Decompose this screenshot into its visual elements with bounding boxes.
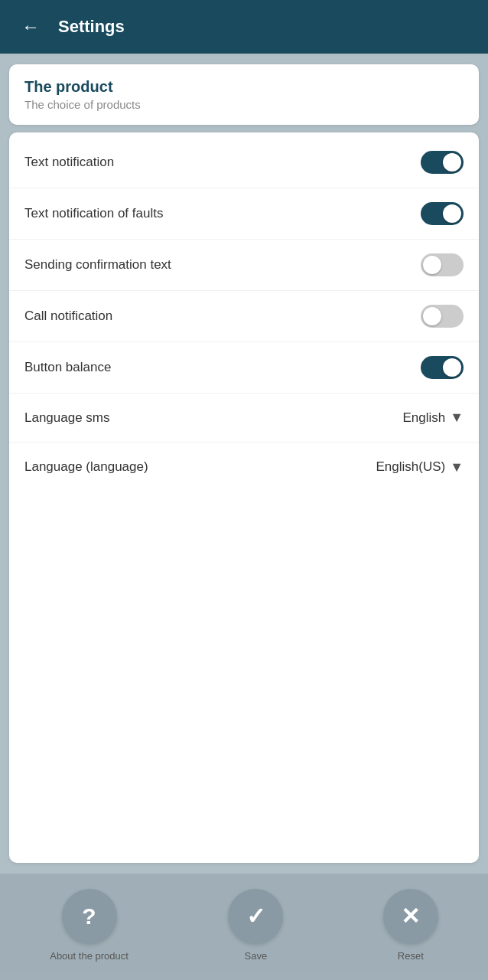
setting-row-text_notification_faults: Text notification of faults <box>9 188 479 240</box>
bottom-btn-save[interactable]: ✓Save <box>228 889 283 962</box>
dropdown-arrow-icon: ▼ <box>450 410 464 426</box>
reset-icon: ✕ <box>401 905 420 928</box>
bottom-btn-circle-save: ✓ <box>228 889 283 944</box>
toggle-text_notification[interactable] <box>421 151 464 174</box>
toggle-thumb-text_notification_faults <box>443 204 461 223</box>
product-subtitle: The choice of products <box>24 98 464 111</box>
dropdown-arrow-icon: ▼ <box>450 459 464 475</box>
toggle-sending_confirmation[interactable] <box>421 253 464 276</box>
toggle-thumb-button_balance <box>443 358 461 377</box>
settings-card: Text notificationText notification of fa… <box>9 132 479 863</box>
about-icon: ? <box>82 905 96 928</box>
setting-label-text_notification_faults: Text notification of faults <box>24 206 163 221</box>
setting-label-language_sms: Language sms <box>24 410 110 426</box>
setting-label-button_balance: Button balance <box>24 360 111 375</box>
toggle-thumb-sending_confirmation <box>423 256 441 274</box>
toggle-button_balance[interactable] <box>421 356 464 379</box>
bottom-btn-label-reset: Reset <box>398 950 424 962</box>
main-content: The product The choice of products Text … <box>0 54 488 874</box>
setting-row-call_notification: Call notification <box>9 291 479 342</box>
setting-label-call_notification: Call notification <box>24 309 112 324</box>
bottom-btn-reset[interactable]: ✕Reset <box>383 889 438 962</box>
dropdown-language_language[interactable]: English(US)▼ <box>341 459 464 475</box>
save-icon: ✓ <box>246 905 265 928</box>
bottom-btn-about[interactable]: ?About the product <box>50 889 129 962</box>
toggle-thumb-text_notification <box>443 153 461 172</box>
dropdown-value-language_language: English(US) <box>376 459 445 475</box>
setting-row-text_notification: Text notification <box>9 137 479 188</box>
topbar: ← Settings <box>0 0 488 54</box>
setting-label-text_notification: Text notification <box>24 155 114 170</box>
setting-label-sending_confirmation: Sending confirmation text <box>24 257 171 273</box>
setting-label-language_language: Language (language) <box>24 459 148 475</box>
bottom-btn-label-about: About the product <box>50 950 129 962</box>
bottom-btn-circle-about: ? <box>62 889 117 944</box>
product-name: The product <box>24 78 464 96</box>
setting-row-button_balance: Button balance <box>9 342 479 394</box>
back-icon: ← <box>21 16 40 37</box>
setting-row-sending_confirmation: Sending confirmation text <box>9 240 479 291</box>
product-card: The product The choice of products <box>9 64 479 125</box>
page-title: Settings <box>58 17 125 37</box>
setting-row-language_sms: Language smsEnglish▼ <box>9 394 479 443</box>
back-button[interactable]: ← <box>15 13 46 41</box>
dropdown-value-language_sms: English <box>402 410 445 426</box>
toggle-text_notification_faults[interactable] <box>421 202 464 225</box>
setting-row-language_language: Language (language)English(US)▼ <box>9 443 479 492</box>
toggle-thumb-call_notification <box>423 307 441 325</box>
dropdown-language_sms[interactable]: English▼ <box>341 410 464 426</box>
bottom-btn-label-save: Save <box>244 950 267 962</box>
toggle-call_notification[interactable] <box>421 305 464 328</box>
bottom-btn-circle-reset: ✕ <box>383 889 438 944</box>
bottom-bar: ?About the product✓Save✕Reset <box>0 874 488 980</box>
